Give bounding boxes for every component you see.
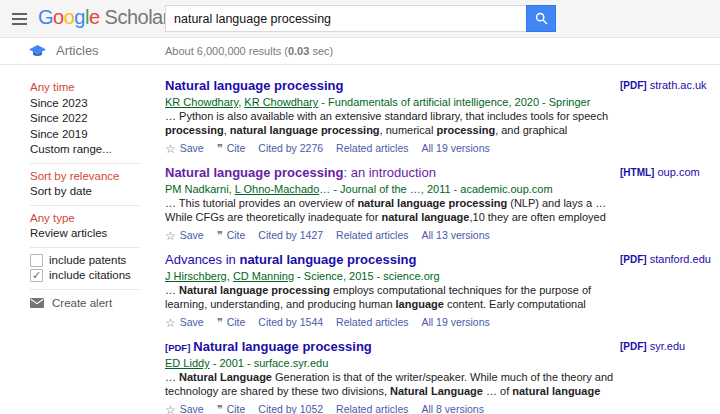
related-articles-link[interactable]: Related articles [336,315,408,330]
fulltext-link[interactable]: [PDF] syr.edu [620,340,685,352]
filters-sidebar: Any time Since 2023 Since 2022 Since 201… [30,80,158,311]
cite-button[interactable]: ❞Cite [217,228,246,243]
fulltext-link[interactable]: [PDF] strath.ac.uk [620,79,707,91]
search-button[interactable] [526,5,556,32]
star-icon: ☆ [165,143,176,155]
top-bar: Google Scholar [0,0,720,38]
result-snippet: … This tutorial provides an overview of … [165,197,617,225]
cited-by-link[interactable]: Cited by 2276 [258,141,323,156]
search-result: Advances in natural language processing … [165,252,617,330]
checkbox-icon[interactable] [30,254,43,267]
sidebar-divider [30,205,140,206]
quote-icon: ❞ [217,317,223,328]
quote-icon: ❞ [217,404,223,414]
results-list: Natural language processing KR Chowdhary… [165,78,720,414]
search-input[interactable] [166,6,526,31]
result-title[interactable]: Advances in natural language processing [165,252,617,269]
google-scholar-results-page: Google Scholar Articles About 6,000,000 … [0,0,720,414]
all-versions-link[interactable]: All 19 versions [421,141,489,156]
star-icon: ☆ [165,230,176,242]
hamburger-menu-icon[interactable] [12,13,27,28]
search-result: Natural language processing: an introduc… [165,165,617,243]
filter-review-articles[interactable]: Review articles [30,226,158,242]
filetype-tag: [PDF] [620,254,647,265]
cited-by-link[interactable]: Cited by 1427 [258,228,323,243]
all-versions-link[interactable]: All 13 versions [421,228,489,243]
star-icon: ☆ [165,404,176,414]
sidebar-divider [30,289,140,290]
filetype-tag: [PDF] [165,342,190,353]
cite-button[interactable]: ❞Cite [217,141,246,156]
fulltext-link[interactable]: [HTML] oup.com [620,166,700,178]
quote-icon: ❞ [217,230,223,241]
search-result: Natural language processing KR Chowdhary… [165,78,617,156]
result-byline[interactable]: KR Chowdhary, KR Chowdhary - Fundamental… [165,95,617,110]
save-button[interactable]: ☆Save [165,141,204,156]
related-articles-link[interactable]: Related articles [336,402,408,414]
result-byline[interactable]: J Hirschberg, CD Manning - Science, 2015… [165,269,617,284]
cited-by-link[interactable]: Cited by 1544 [258,315,323,330]
create-alert-button[interactable]: Create alert [30,295,158,311]
all-versions-link[interactable]: All 19 versions [421,315,489,330]
sub-header: Articles About 6,000,000 results (0.03 s… [0,38,720,65]
sidebar-divider [30,163,140,164]
result-snippet: … Natural Language Generation is that of… [165,371,617,399]
filter-custom-range[interactable]: Custom range... [30,142,158,158]
result-title[interactable]: [PDF]Natural language processing [165,339,617,356]
save-button[interactable]: ☆Save [165,315,204,330]
include-citations-label: include citations [49,268,131,284]
envelope-icon [30,298,44,308]
cited-by-link[interactable]: Cited by 1052 [258,402,323,414]
star-icon: ☆ [165,317,176,329]
result-actions: ☆Save ❞Cite Cited by 1052 Related articl… [165,402,617,414]
filetype-tag: [PDF] [620,80,647,91]
search-icon [535,12,548,25]
scholar-cap-icon [29,44,46,62]
result-title[interactable]: Natural language processing: an introduc… [165,165,617,182]
result-byline[interactable]: ED Liddy - 2001 - surface.syr.edu [165,356,617,371]
checkbox-checked-icon[interactable]: ✓ [30,269,43,282]
filter-since-2022[interactable]: Since 2022 [30,111,158,127]
include-patents-label: include patents [49,253,126,269]
sort-by-relevance[interactable]: Sort by relevance [30,169,158,185]
filter-since-2019[interactable]: Since 2019 [30,127,158,143]
result-actions: ☆Save ❞Cite Cited by 1544 Related articl… [165,315,617,330]
cite-button[interactable]: ❞Cite [217,402,246,414]
filter-any-time[interactable]: Any time [30,80,158,96]
include-citations-checkbox[interactable]: ✓ include citations [30,268,158,284]
result-byline[interactable]: PM Nadkarni, L Ohno-Machado… - Journal o… [165,182,617,197]
result-actions: ☆Save ❞Cite Cited by 1427 Related articl… [165,228,617,243]
include-patents-checkbox[interactable]: include patents [30,253,158,269]
result-snippet: … Natural language processing employs co… [165,284,617,312]
quote-icon: ❞ [217,143,223,154]
sidebar-divider [30,247,140,248]
fulltext-link[interactable]: [PDF] stanford.edu [620,253,711,265]
result-actions: ☆Save ❞Cite Cited by 2276 Related articl… [165,141,617,156]
related-articles-link[interactable]: Related articles [336,228,408,243]
search-result: [PDF]Natural language processing ED Lidd… [165,339,617,414]
sort-by-date[interactable]: Sort by date [30,184,158,200]
filter-since-2023[interactable]: Since 2023 [30,96,158,112]
create-alert-label: Create alert [52,295,112,311]
cite-button[interactable]: ❞Cite [217,315,246,330]
result-snippet: … Python is also available with an exten… [165,110,617,138]
filetype-tag: [HTML] [620,167,654,178]
results-stats: About 6,000,000 results (0.03 sec) [165,45,333,57]
nav-articles[interactable]: Articles [56,43,99,58]
filetype-tag: [PDF] [620,341,647,352]
related-articles-link[interactable]: Related articles [336,141,408,156]
search-box [165,5,526,32]
google-scholar-logo[interactable]: Google Scholar [38,6,169,29]
save-button[interactable]: ☆Save [165,402,204,414]
result-title[interactable]: Natural language processing [165,78,617,95]
save-button[interactable]: ☆Save [165,228,204,243]
all-versions-link[interactable]: All 8 versions [421,402,483,414]
filter-any-type[interactable]: Any type [30,211,158,227]
